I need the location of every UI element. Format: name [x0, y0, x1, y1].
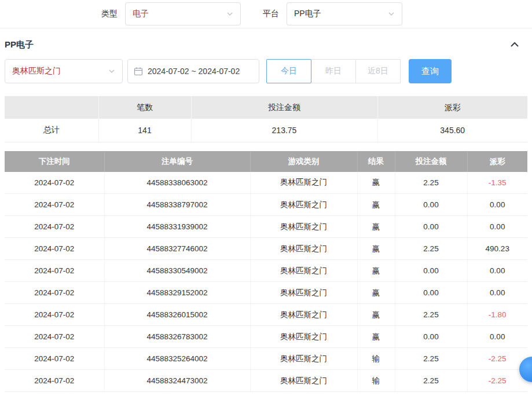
game-type-cell: 奥林匹斯之门 [250, 238, 357, 260]
calendar-icon [134, 67, 143, 76]
bet-time-cell: 2024-07-02 [5, 238, 104, 260]
header-game-type: 游戏类别 [250, 151, 357, 172]
top-filter-bar: 类型 电子 平台 PP电子 [0, 0, 532, 28]
type-select-value: 电子 [133, 9, 149, 19]
bet-time-cell: 2024-07-02 [5, 282, 104, 304]
summary-total-payout: 345.60 [377, 119, 527, 142]
header-bet-time: 下注时间 [5, 151, 104, 172]
chevron-down-icon [108, 68, 115, 75]
bet-id-cell: 44588338797002 [104, 194, 250, 216]
header-bet-id: 注单编号 [104, 151, 250, 172]
bet-time-cell: 2024-07-02 [5, 216, 104, 238]
result-cell: 赢 [357, 304, 395, 326]
bet-id-cell: 44588326783002 [104, 326, 250, 348]
platform-select[interactable]: PP电子 [287, 2, 402, 25]
bet-id-cell: 44588327746002 [104, 238, 250, 260]
result-cell: 输 [357, 370, 395, 392]
bet-time-cell: 2024-07-02 [5, 348, 104, 370]
bet-amount-cell: 0.00 [395, 194, 467, 216]
payout-cell: 0.00 [467, 194, 527, 216]
result-cell: 赢 [357, 194, 395, 216]
bet-amount-cell: 2.25 [395, 370, 467, 392]
bet-amount-cell: 0.00 [395, 260, 467, 282]
result-cell: 赢 [357, 216, 395, 238]
game-type-cell: 奥林匹斯之门 [250, 216, 357, 238]
payout-cell: 0.00 [467, 326, 527, 348]
summary-header-row: 笔数 投注金额 派彩 [5, 96, 527, 119]
game-select-value: 奥林匹斯之门 [12, 66, 61, 76]
header-payout: 派彩 [467, 151, 527, 172]
bet-time-cell: 2024-07-02 [5, 194, 104, 216]
date-range-input[interactable]: 2024-07-02 ~ 2024-07-02 [127, 59, 259, 83]
game-type-cell: 奥林匹斯之门 [250, 348, 357, 370]
bet-amount-cell: 0.00 [395, 216, 467, 238]
summary-table: 笔数 投注金额 派彩 总计 141 213.75 345.60 [5, 96, 527, 142]
bet-amount-cell: 0.00 [395, 282, 467, 304]
bet-id-cell: 44588331939002 [104, 216, 250, 238]
game-type-cell: 奥林匹斯之门 [250, 304, 357, 326]
result-cell: 赢 [357, 326, 395, 348]
payout-cell: -1.35 [467, 172, 527, 194]
result-cell: 赢 [357, 238, 395, 260]
chevron-up-icon[interactable] [510, 41, 519, 48]
payout-cell: -2.25 [467, 370, 527, 392]
payout-cell: -2.25 [467, 348, 527, 370]
table-row: 2024-07-0244588326015002奥林匹斯之门赢2.25-1.80 [5, 304, 527, 326]
table-row: 2024-07-0244588329152002奥林匹斯之门赢0.000.00 [5, 282, 527, 304]
result-cell: 赢 [357, 172, 395, 194]
detail-header-row: 下注时间 注单编号 游戏类别 结果 投注金额 派彩 [5, 151, 527, 172]
type-label: 类型 [101, 9, 118, 19]
table-row: 2024-07-0244588338797002奥林匹斯之门赢0.000.00 [5, 194, 527, 216]
yesterday-button[interactable]: 昨日 [311, 59, 356, 83]
bet-id-cell: 44588326015002 [104, 304, 250, 326]
game-type-cell: 奥林匹斯之门 [250, 194, 357, 216]
bet-amount-cell: 2.25 [395, 238, 467, 260]
header-result: 结果 [357, 151, 395, 172]
bet-amount-cell: 2.25 [395, 348, 467, 370]
bet-amount-cell: 2.25 [395, 172, 467, 194]
detail-table-body: 2024-07-0244588338063002奥林匹斯之门赢2.25-1.35… [5, 172, 527, 392]
bet-amount-cell: 2.25 [395, 304, 467, 326]
payout-cell: 0.00 [467, 216, 527, 238]
bet-time-cell: 2024-07-02 [5, 370, 104, 392]
platform-label: 平台 [263, 9, 279, 19]
game-type-cell: 奥林匹斯之门 [250, 370, 357, 392]
game-select[interactable]: 奥林匹斯之门 [5, 59, 123, 83]
chevron-down-icon [388, 10, 395, 17]
bet-time-cell: 2024-07-02 [5, 260, 104, 282]
table-row: 2024-07-0244588325264002奥林匹斯之门输2.25-2.25 [5, 348, 527, 370]
table-row: 2024-07-0244588327746002奥林匹斯之门赢2.25490.2… [5, 238, 527, 260]
last-8-days-button[interactable]: 近8日 [355, 59, 401, 83]
query-bar: 奥林匹斯之门 2024-07-02 ~ 2024-07-02 今日 昨日 近8日… [5, 59, 532, 83]
payout-cell: 0.00 [467, 282, 527, 304]
section-title: PP电子 [5, 39, 34, 50]
summary-header-blank [5, 96, 98, 119]
bet-time-cell: 2024-07-02 [5, 326, 104, 348]
game-type-cell: 奥林匹斯之门 [250, 326, 357, 348]
chevron-down-icon [226, 10, 233, 17]
bet-amount-cell: 0.00 [395, 326, 467, 348]
bet-id-cell: 44588338063002 [104, 172, 250, 194]
game-type-cell: 奥林匹斯之门 [250, 260, 357, 282]
today-button[interactable]: 今日 [266, 59, 311, 83]
table-row: 2024-07-0244588330549002奥林匹斯之门赢0.000.00 [5, 260, 527, 282]
payout-cell: -1.80 [467, 304, 527, 326]
search-button[interactable]: 查询 [409, 59, 452, 83]
summary-header-count: 笔数 [98, 96, 191, 119]
payout-cell: 0.00 [467, 260, 527, 282]
summary-header-bet-amount: 投注金额 [191, 96, 377, 119]
table-row: 2024-07-0244588326783002奥林匹斯之门赢0.000.00 [5, 326, 527, 348]
bet-id-cell: 44588325264002 [104, 348, 250, 370]
type-select[interactable]: 电子 [125, 2, 241, 25]
table-row: 2024-07-0244588338063002奥林匹斯之门赢2.25-1.35 [5, 172, 527, 194]
summary-total-bet-amount: 213.75 [191, 119, 377, 142]
table-row: 2024-07-0244588331939002奥林匹斯之门赢0.000.00 [5, 216, 527, 238]
result-cell: 赢 [357, 282, 395, 304]
result-cell: 赢 [357, 260, 395, 282]
platform-select-value: PP电子 [294, 9, 321, 19]
date-range-value: 2024-07-02 ~ 2024-07-02 [148, 67, 240, 76]
payout-cell: 490.23 [467, 238, 527, 260]
game-type-cell: 奥林匹斯之门 [250, 172, 357, 194]
summary-total-row: 总计 141 213.75 345.60 [5, 119, 527, 142]
summary-total-label: 总计 [5, 119, 98, 142]
